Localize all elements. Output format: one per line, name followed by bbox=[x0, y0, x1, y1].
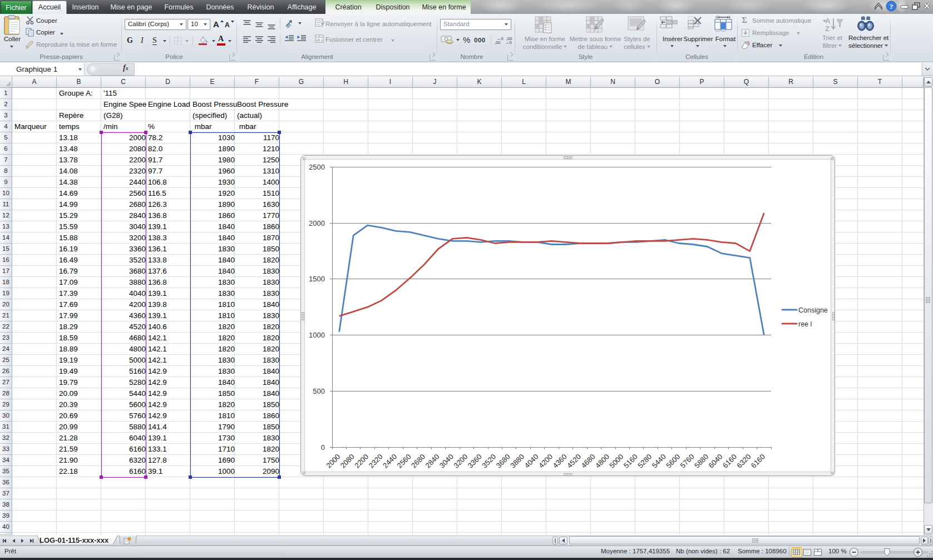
svg-text:4520: 4520 bbox=[565, 453, 582, 470]
svg-text:4680: 4680 bbox=[579, 453, 596, 470]
svg-text:?: ? bbox=[890, 2, 893, 11]
svg-text:2500: 2500 bbox=[309, 163, 325, 171]
svg-text:2320: 2320 bbox=[367, 453, 384, 470]
svg-text:2080: 2080 bbox=[339, 453, 356, 470]
svg-text:6160: 6160 bbox=[721, 453, 738, 470]
svg-text:2000: 2000 bbox=[324, 453, 342, 470]
svg-text:5160: 5160 bbox=[622, 453, 639, 470]
svg-text:3040: 3040 bbox=[438, 453, 455, 470]
svg-text:3360: 3360 bbox=[466, 453, 483, 470]
svg-text:500: 500 bbox=[313, 387, 325, 395]
svg-text:4360: 4360 bbox=[551, 453, 569, 470]
svg-text:a: a bbox=[318, 37, 320, 42]
svg-text:,00: ,00 bbox=[495, 40, 500, 44]
svg-text:5760: 5760 bbox=[679, 453, 696, 470]
svg-text:4200: 4200 bbox=[537, 453, 554, 470]
svg-text:5280: 5280 bbox=[636, 453, 653, 470]
svg-text:2680: 2680 bbox=[409, 453, 427, 470]
svg-text:6320: 6320 bbox=[735, 453, 752, 470]
svg-text:1000: 1000 bbox=[309, 331, 325, 339]
svg-text:3520: 3520 bbox=[480, 453, 497, 470]
svg-text:5600: 5600 bbox=[664, 453, 682, 470]
svg-text:0: 0 bbox=[321, 443, 325, 452]
svg-text:6040: 6040 bbox=[707, 453, 724, 470]
svg-text:2560: 2560 bbox=[396, 453, 413, 470]
svg-text:6160: 6160 bbox=[749, 453, 767, 470]
svg-text:A: A bbox=[825, 17, 831, 25]
svg-text:Z: Z bbox=[825, 24, 830, 33]
svg-text:ree l: ree l bbox=[798, 320, 812, 328]
svg-text:3680: 3680 bbox=[495, 453, 512, 470]
svg-text:Consigne: Consigne bbox=[798, 306, 828, 314]
svg-text:2440: 2440 bbox=[381, 453, 398, 470]
svg-text:2200: 2200 bbox=[353, 453, 370, 470]
svg-text:1500: 1500 bbox=[309, 275, 325, 283]
svg-text:3200: 3200 bbox=[452, 453, 469, 470]
svg-text:3880: 3880 bbox=[509, 453, 526, 470]
svg-text:2840: 2840 bbox=[423, 453, 441, 470]
svg-text:5440: 5440 bbox=[650, 453, 668, 470]
svg-text:4800: 4800 bbox=[594, 453, 611, 470]
svg-text:5880: 5880 bbox=[693, 453, 710, 470]
svg-text:5000: 5000 bbox=[608, 453, 625, 470]
svg-text:2000: 2000 bbox=[309, 219, 325, 227]
svg-text:ab: ab bbox=[285, 22, 292, 28]
svg-text:4040: 4040 bbox=[523, 453, 540, 470]
